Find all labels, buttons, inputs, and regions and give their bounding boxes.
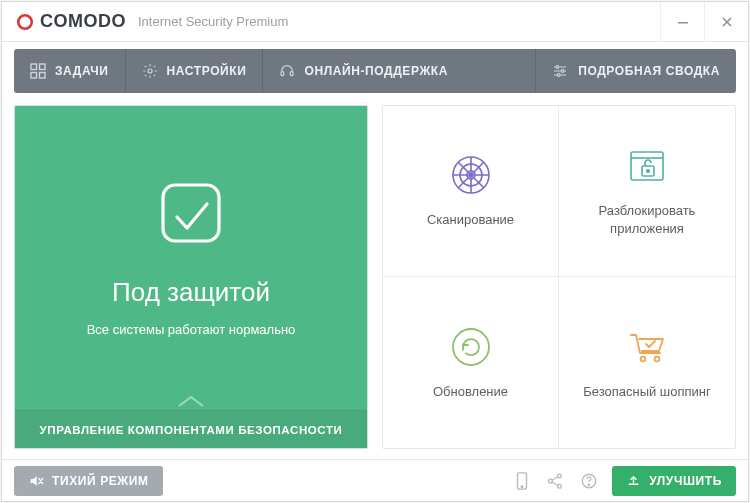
status-center: Под защитой Все системы работают нормаль…: [15, 106, 367, 410]
svg-point-19: [453, 329, 489, 365]
svg-point-9: [556, 66, 559, 69]
svg-point-28: [589, 484, 590, 485]
manage-components-label: УПРАВЛЕНИЕ КОМПОНЕНТАМИ БЕЗОПАСНОСТИ: [40, 424, 343, 436]
headset-icon: [279, 63, 295, 79]
toolbar-support-label: ОНЛАЙН-ПОДДЕРЖКА: [304, 64, 448, 78]
upgrade-button[interactable]: УЛУЧШИТЬ: [612, 466, 736, 496]
gear-icon: [142, 63, 158, 79]
svg-rect-8: [291, 72, 294, 76]
manage-components-button[interactable]: УПРАВЛЕНИЕ КОМПОНЕНТАМИ БЕЗОПАСНОСТИ: [15, 410, 367, 448]
svg-point-11: [558, 74, 561, 77]
grid-icon: [30, 63, 46, 79]
status-panel: Под защитой Все системы работают нормаль…: [14, 105, 368, 449]
share-icon[interactable]: [546, 472, 564, 490]
tile-unblock-apps[interactable]: Разблокировать приложения: [559, 106, 735, 277]
toolbar-tasks-label: ЗАДАЧИ: [55, 64, 109, 78]
toolbar-support[interactable]: ОНЛАЙН-ПОДДЕРЖКА: [263, 49, 464, 93]
svg-rect-1: [678, 22, 688, 24]
brand-text: COMODO: [40, 11, 126, 32]
main-area: Под защитой Все системы работают нормаль…: [2, 93, 748, 459]
cart-check-icon: [625, 325, 669, 369]
help-icon[interactable]: [580, 472, 598, 490]
svg-point-6: [148, 69, 152, 73]
toolbar-detailed-summary[interactable]: ПОДРОБНАЯ СВОДКА: [536, 49, 736, 93]
status-subtitle: Все системы работают нормально: [87, 322, 296, 337]
app-window: COMODO Internet Security Premium ЗАДАЧИ: [1, 1, 749, 502]
tile-safe-shopping[interactable]: Безопасный шоппинг: [559, 277, 735, 448]
toolbar-tasks[interactable]: ЗАДАЧИ: [14, 49, 125, 93]
tile-scan[interactable]: Сканирование: [383, 106, 559, 277]
bottom-icons: [514, 472, 598, 490]
titlebar: COMODO Internet Security Premium: [2, 2, 748, 42]
tile-unblock-label: Разблокировать приложения: [569, 202, 725, 237]
bottom-bar: ТИХИЙ РЕЖИМ: [2, 459, 748, 501]
product-name: Internet Security Premium: [138, 14, 288, 29]
radar-icon: [449, 153, 493, 197]
brand-logo: COMODO Internet Security Premium: [2, 11, 288, 32]
svg-rect-7: [281, 72, 284, 76]
status-title: Под защитой: [112, 277, 270, 308]
tile-update[interactable]: Обновление: [383, 277, 559, 448]
svg-rect-5: [40, 73, 46, 79]
svg-point-20: [641, 356, 646, 361]
svg-rect-2: [31, 64, 37, 70]
upload-icon: [626, 473, 641, 488]
tiles-grid: Сканирование Разблокировать приложения: [382, 105, 736, 449]
toolbar-settings-label: НАСТРОЙКИ: [167, 64, 247, 78]
svg-rect-4: [31, 73, 37, 79]
svg-point-18: [647, 170, 650, 173]
toolbar-settings[interactable]: НАСТРОЙКИ: [126, 49, 263, 93]
silent-mode-label: ТИХИЙ РЕЖИМ: [52, 474, 149, 488]
sliders-icon: [552, 63, 568, 79]
mobile-icon[interactable]: [514, 472, 530, 490]
minimize-icon: [677, 16, 689, 28]
svg-point-21: [655, 356, 660, 361]
svg-rect-3: [40, 64, 46, 70]
refresh-icon: [449, 325, 493, 369]
svg-rect-12: [163, 185, 219, 241]
shield-check-icon: [141, 167, 241, 267]
mute-icon: [28, 473, 44, 489]
main-toolbar: ЗАДАЧИ НАСТРОЙКИ ОНЛАЙН-ПОДДЕРЖКА: [14, 49, 736, 93]
tile-scan-label: Сканирование: [427, 211, 514, 229]
toolbar-detailed-label: ПОДРОБНАЯ СВОДКА: [578, 64, 720, 78]
tile-update-label: Обновление: [433, 383, 508, 401]
minimize-button[interactable]: [660, 2, 704, 41]
svg-point-23: [521, 486, 523, 488]
silent-mode-button[interactable]: ТИХИЙ РЕЖИМ: [14, 466, 163, 496]
svg-point-10: [562, 70, 565, 73]
upgrade-label: УЛУЧШИТЬ: [649, 474, 722, 488]
chevron-up-icon: [177, 394, 205, 408]
close-icon: [721, 16, 733, 28]
close-button[interactable]: [704, 2, 748, 41]
svg-point-0: [18, 15, 32, 29]
logo-mark-icon: [16, 13, 34, 31]
unlock-window-icon: [625, 144, 669, 188]
tile-shopping-label: Безопасный шоппинг: [583, 383, 711, 401]
